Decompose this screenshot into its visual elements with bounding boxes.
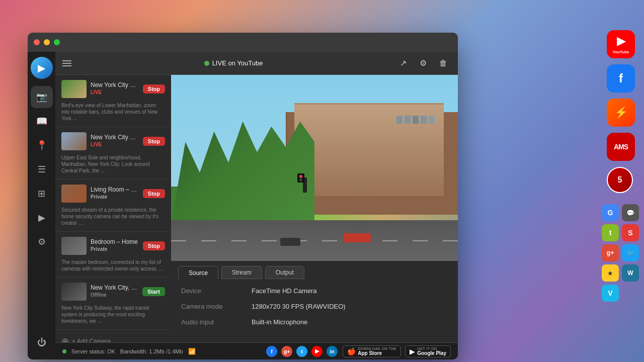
- thunder-desktop-icon[interactable]: ⚡: [607, 99, 635, 127]
- sidebar-item-settings[interactable]: ⚙: [31, 231, 53, 253]
- camera-desc-3: Secured stream of a private residence, t…: [61, 207, 165, 226]
- camera-item-4[interactable]: Bedroom – Home Private Stop The master b…: [55, 232, 171, 278]
- add-camera-label: + Add Camera: [72, 338, 111, 342]
- camera-name-5: New York City, Subway: [91, 284, 138, 291]
- camera-mode-label: Camera mode: [181, 303, 252, 310]
- camera-name-3: Living Room – Home: [91, 186, 139, 193]
- camera-item-3[interactable]: Living Room – Home Private Stop Secured …: [55, 179, 171, 232]
- store-badges: 🍎 Download on the App Store ▶ GET IT ON …: [343, 345, 451, 357]
- share-button[interactable]: ↗: [395, 56, 411, 71]
- desktop-icons-group: ▶ YouTube f ⚡ AMS 5: [607, 30, 635, 193]
- small-icon-v[interactable]: V: [602, 285, 619, 302]
- tab-bar: Source Stream Output: [171, 261, 458, 279]
- sidebar-item-browse[interactable]: 📖: [31, 110, 53, 132]
- start-button-5[interactable]: Start: [142, 287, 165, 296]
- google-play-sub: GET IT ON: [417, 347, 446, 350]
- device-value: FaceTime HD Camera: [252, 287, 317, 295]
- server-status-dot: [62, 349, 66, 353]
- traffic-light-yellow[interactable]: [44, 39, 50, 45]
- app-store-badge[interactable]: 🍎 Download on the App Store: [343, 345, 401, 357]
- camera-desc-1: Bird's-eye view of Lower Manhattan, zoom…: [61, 102, 165, 122]
- small-icon-t[interactable]: t: [602, 224, 619, 241]
- sidebar-logo[interactable]: ▶: [31, 57, 53, 79]
- sidebar-item-power[interactable]: ⏻: [31, 331, 53, 353]
- small-icon-g[interactable]: G: [602, 204, 619, 221]
- fb-social-icon[interactable]: f: [266, 346, 277, 357]
- sidebar-item-grid[interactable]: ⊞: [31, 183, 53, 205]
- five-desktop-icon[interactable]: 5: [607, 167, 633, 193]
- bottom-panel: Source Stream Output Device FaceTime HD …: [171, 261, 458, 342]
- title-bar: [28, 33, 458, 52]
- device-label: Device: [181, 287, 252, 295]
- gp-social-icon[interactable]: g+: [281, 346, 292, 357]
- camera-item-2[interactable]: New York City – UES LIVE Stop Upper East…: [55, 127, 171, 179]
- stop-button-2[interactable]: Stop: [143, 137, 165, 146]
- add-icon: ⊕: [61, 336, 69, 342]
- camera-status-4: Private: [91, 246, 139, 252]
- google-play-icon: ▶: [410, 347, 415, 355]
- main-window: ▶ 📷 📖 📍 ☰ ⊞ ▶ ⚙: [28, 33, 458, 359]
- stop-button-3[interactable]: Stop: [143, 189, 165, 198]
- camera-status-5: Offline: [91, 292, 138, 298]
- server-status-text: Server status: OK: [71, 348, 115, 354]
- camera-status-1: LIVE: [91, 89, 139, 95]
- sidebar-item-list[interactable]: ☰: [31, 158, 53, 180]
- small-icon-chat[interactable]: 💬: [622, 204, 639, 221]
- apple-icon: 🍎: [347, 347, 356, 355]
- tab-stream[interactable]: Stream: [221, 266, 262, 279]
- tab-output[interactable]: Output: [265, 266, 304, 279]
- settings-icon: ⚙: [38, 236, 46, 247]
- facebook-desktop-icon[interactable]: f: [607, 64, 635, 93]
- camera-thumb-3: [61, 185, 87, 203]
- camera-desc-2: Upper East Side and neighborhood, Manhat…: [61, 154, 165, 174]
- small-icon-twitter[interactable]: 🐦: [622, 244, 639, 261]
- bandwidth-text: Bandwidth: 1.2Mb /1.4Mb: [120, 348, 183, 354]
- small-icon-gplus[interactable]: g+: [602, 244, 619, 261]
- google-play-badge[interactable]: ▶ GET IT ON Google Play: [405, 345, 451, 357]
- traffic-light-red[interactable]: [34, 39, 40, 45]
- camera-thumb-5: [61, 283, 87, 301]
- small-icon-yellow[interactable]: ★: [602, 264, 619, 282]
- tab-source[interactable]: Source: [178, 266, 218, 279]
- app-store-sub: Download on the: [358, 347, 396, 350]
- sidebar-item-location[interactable]: 📍: [31, 134, 53, 156]
- youtube-desktop-icon[interactable]: ▶ YouTube: [607, 30, 635, 58]
- camera-item-5[interactable]: New York City, Subway Offline Start New …: [55, 278, 171, 330]
- camera-name-4: Bedroom – Home: [91, 238, 139, 245]
- add-camera-button[interactable]: ⊕ + Add Camera: [55, 330, 171, 342]
- delete-button[interactable]: 🗑: [436, 56, 451, 71]
- book-icon: 📖: [36, 116, 47, 127]
- li-social-icon[interactable]: in: [327, 346, 338, 357]
- ams-desktop-icon[interactable]: AMS: [607, 133, 635, 161]
- sidebar-item-video[interactable]: ▶: [31, 207, 53, 229]
- hamburger-menu[interactable]: [62, 60, 71, 66]
- sidebar: ▶ 📷 📖 📍 ☰ ⊞ ▶ ⚙: [28, 52, 55, 359]
- detail-row-audio: Audio input Built-in Microphone: [181, 318, 448, 326]
- video-icon: ▶: [38, 212, 45, 223]
- small-icons-cluster: G 💬 t S g+ 🐦 ★ W V: [602, 204, 639, 302]
- social-icons-bar: f g+ t ▶ in: [266, 346, 338, 357]
- small-icon-wp[interactable]: W: [622, 264, 639, 282]
- sidebar-bottom: ⏻: [31, 331, 53, 353]
- stop-button-1[interactable]: Stop: [143, 84, 165, 94]
- list-icon: ☰: [38, 164, 46, 175]
- settings-button[interactable]: ⚙: [416, 56, 431, 71]
- camera-desc-5: New York City Subway, the rapid transit …: [61, 305, 165, 324]
- bandwidth-icon: 📶: [188, 348, 196, 355]
- traffic-light-green[interactable]: [54, 39, 60, 45]
- live-indicator: LIVE on YouTube: [204, 59, 263, 67]
- details-panel: Device FaceTime HD Camera Camera mode 12…: [171, 279, 458, 342]
- stop-button-4[interactable]: Stop: [143, 241, 165, 250]
- camera-item-1[interactable]: New York City – Birds Eye LIVE Stop Bird…: [55, 75, 171, 127]
- camera-icon: 📷: [36, 92, 47, 103]
- small-icon-s[interactable]: S: [622, 224, 639, 241]
- camera-desc-4: The master bedroom, connected to my list…: [61, 259, 165, 272]
- tw-social-icon[interactable]: t: [296, 346, 307, 357]
- main-preview: [171, 75, 458, 261]
- yt-social-icon[interactable]: ▶: [311, 346, 323, 357]
- camera-mode-value: 644x362 30 FPS (RAWVIDEO): [252, 303, 346, 310]
- camera-list: New York City – Birds Eye LIVE Stop Bird…: [55, 75, 171, 342]
- camera-name-2: New York City – UES: [91, 134, 139, 141]
- sidebar-item-cameras[interactable]: 📷: [31, 86, 53, 108]
- audio-input-label: Audio input: [181, 318, 252, 326]
